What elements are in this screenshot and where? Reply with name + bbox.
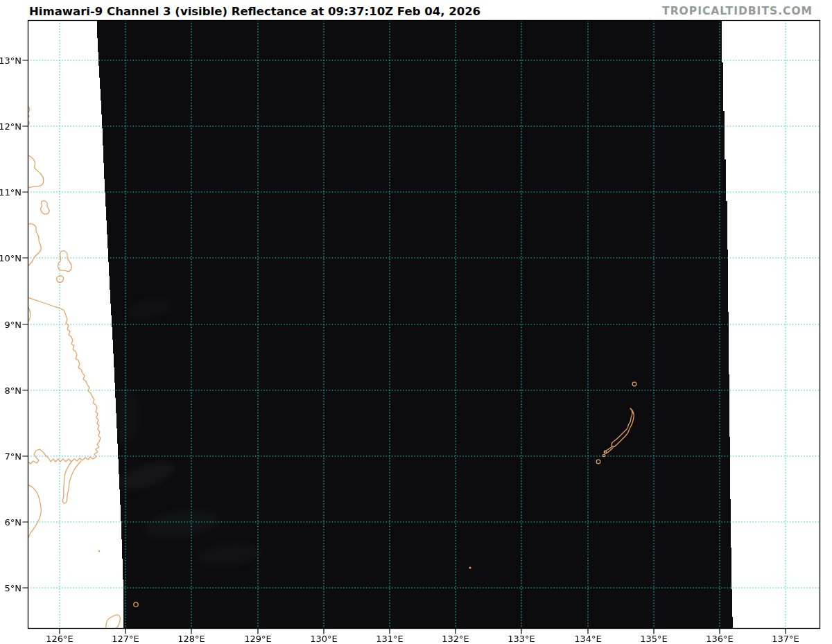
satellite-image-viewer: Himawari-9 Channel 3 (visible) Reflectan… [0,0,832,644]
site-watermark: TROPICALTIDBITS.COM [662,5,813,17]
islet-dot-6n [98,550,101,552]
lat-label: 5°N [5,583,22,593]
lon-label: 129°E [244,634,272,644]
figure-title: Himawari-9 Channel 3 (visible) Reflectan… [29,5,480,18]
lon-label: 136°E [706,634,734,644]
lon-label: 127°E [112,634,139,644]
islet-sonsorol [469,566,471,568]
lon-label: 131°E [376,634,404,644]
lat-label: 10°N [0,253,21,263]
map-canvas: Himawari-9 Channel 3 (visible) Reflectan… [0,0,832,644]
lat-label: 7°N [5,451,22,462]
lon-label: 134°E [574,634,602,644]
lat-label: 12°N [0,121,21,132]
lon-label: 130°E [310,634,338,644]
lon-label: 135°E [640,634,668,644]
lat-label: 13°N [0,55,21,66]
lon-label: 128°E [177,634,205,644]
lon-label: 137°E [772,634,799,644]
lat-label: 8°N [5,385,22,396]
lon-label: 132°E [442,634,469,644]
lat-label: 11°N [0,187,21,198]
lon-label: 126°E [46,634,73,644]
lat-label: 9°N [5,320,22,330]
lat-label: 6°N [5,517,22,528]
lon-label: 133°E [508,634,535,644]
